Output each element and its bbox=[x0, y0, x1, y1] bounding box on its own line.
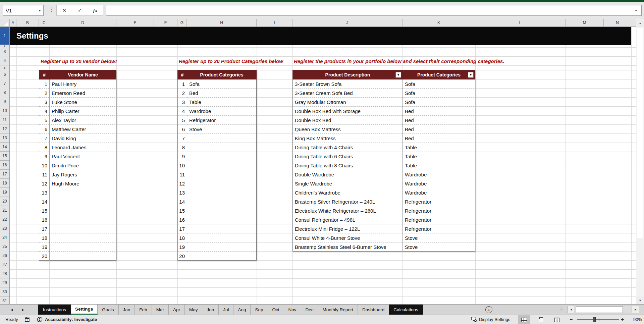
category-number-cell[interactable]: 14 bbox=[178, 197, 187, 206]
product-category-cell[interactable]: Refrigerator bbox=[403, 197, 475, 206]
category-number-cell[interactable]: 5 bbox=[178, 116, 187, 125]
column-header[interactable]: G bbox=[177, 19, 187, 26]
product-category-cell[interactable]: Wardrobe bbox=[403, 170, 475, 179]
category-number-cell[interactable]: 13 bbox=[178, 188, 187, 197]
sheet-tab[interactable]: Feb bbox=[135, 305, 152, 315]
column-header[interactable]: D bbox=[49, 19, 116, 26]
category-name-cell[interactable]: Wardrobe bbox=[187, 107, 257, 116]
row-header[interactable]: 30 bbox=[0, 287, 9, 296]
zoom-in-button[interactable]: + bbox=[621, 315, 624, 324]
column-header[interactable]: C bbox=[39, 19, 49, 26]
hscroll-left-icon[interactable]: ◄ bbox=[568, 306, 575, 313]
category-number-cell[interactable]: 6 bbox=[178, 125, 187, 134]
product-category-cell[interactable]: Refrigerator bbox=[403, 224, 475, 233]
vertical-scrollbar[interactable]: ▲ ▼ bbox=[636, 19, 644, 304]
sheet-tab[interactable]: May bbox=[185, 305, 203, 315]
sheet-tab[interactable]: Goals bbox=[98, 305, 118, 315]
product-description-cell[interactable]: Gray Modular Ottoman bbox=[293, 98, 403, 107]
product-description-cell[interactable]: Dining Table with 4 Chairs bbox=[293, 143, 403, 152]
product-description-cell[interactable]: Electrolux White Refrigerator – 260L bbox=[293, 206, 403, 215]
scroll-up-icon[interactable]: ▲ bbox=[636, 19, 644, 27]
horizontal-scrollbar[interactable]: ◄ ► bbox=[568, 306, 639, 313]
product-description-cell[interactable]: 3-Seater Brown Sofa bbox=[293, 79, 403, 89]
filter-dropdown-icon[interactable]: ▼ bbox=[395, 72, 401, 78]
vendor-number-cell[interactable]: 7 bbox=[39, 134, 50, 143]
product-description-cell[interactable]: Single Wardrobe bbox=[293, 179, 403, 188]
formula-bar-expand-icon[interactable]: ⌄ bbox=[634, 7, 638, 12]
product-description-cell[interactable]: Double Box Bed with Storage bbox=[293, 107, 403, 116]
product-category-cell[interactable]: Table bbox=[403, 152, 475, 161]
row-header[interactable]: 26 bbox=[0, 251, 9, 260]
category-number-cell[interactable]: 10 bbox=[178, 161, 187, 170]
vendor-number-header[interactable]: # bbox=[39, 70, 50, 79]
horizontal-scrollbar-track[interactable] bbox=[576, 306, 631, 313]
row-header[interactable]: 2 bbox=[0, 45, 9, 47]
category-name-cell[interactable] bbox=[187, 197, 257, 206]
vendor-name-cell[interactable]: Jay Rogers bbox=[50, 170, 116, 179]
accessibility-status[interactable]: Accessibility: Investigate bbox=[45, 315, 97, 324]
vendor-number-cell[interactable]: 17 bbox=[39, 224, 50, 233]
vendor-name-cell[interactable]: Alex Taylor bbox=[50, 116, 116, 125]
column-header[interactable]: L bbox=[475, 19, 566, 26]
category-name-cell[interactable] bbox=[187, 152, 257, 161]
normal-view-button[interactable] bbox=[518, 315, 530, 324]
product-category-cell[interactable]: Table bbox=[403, 161, 475, 170]
vendor-name-cell[interactable]: Leonard James bbox=[50, 143, 116, 152]
category-name-cell[interactable] bbox=[187, 252, 257, 261]
vendor-number-cell[interactable]: 5 bbox=[39, 116, 50, 125]
row-header[interactable]: 3 bbox=[0, 47, 9, 56]
display-settings-button[interactable]: Display Settings bbox=[479, 315, 510, 324]
column-header[interactable]: I bbox=[257, 19, 292, 26]
sheet-tab[interactable]: Aug bbox=[233, 305, 251, 315]
sheet-tab[interactable]: Mar bbox=[152, 305, 169, 315]
select-all-corner[interactable] bbox=[0, 19, 10, 26]
vendor-number-cell[interactable]: 13 bbox=[39, 188, 50, 197]
filter-dropdown-icon[interactable]: ▼ bbox=[468, 72, 474, 78]
category-name-cell[interactable]: Stove bbox=[187, 125, 257, 134]
column-header[interactable]: F bbox=[154, 19, 177, 26]
category-number-cell[interactable]: 19 bbox=[178, 242, 187, 252]
vendor-number-cell[interactable]: 11 bbox=[39, 170, 50, 179]
row-header[interactable]: 6 bbox=[0, 70, 9, 79]
category-number-cell[interactable]: 18 bbox=[178, 233, 187, 242]
vendor-name-cell[interactable] bbox=[50, 188, 116, 197]
vendor-number-cell[interactable]: 18 bbox=[39, 233, 50, 242]
formula-bar-options-icon[interactable]: ⋮ bbox=[49, 6, 54, 13]
vendor-number-cell[interactable]: 15 bbox=[39, 206, 50, 215]
formula-input[interactable]: ⌄ bbox=[106, 5, 642, 16]
zoom-slider[interactable] bbox=[577, 319, 619, 320]
vendor-number-cell[interactable]: 4 bbox=[39, 107, 50, 116]
column-header[interactable]: B bbox=[16, 19, 39, 26]
vendor-number-cell[interactable]: 1 bbox=[39, 79, 50, 89]
vendor-number-cell[interactable]: 12 bbox=[39, 179, 50, 188]
row-header[interactable]: 10 bbox=[0, 106, 9, 115]
name-box-dropdown-icon[interactable]: ▾ bbox=[39, 9, 41, 12]
row-header[interactable]: 27 bbox=[0, 260, 9, 269]
product-description-cell[interactable]: Double Wardrobe bbox=[293, 170, 403, 179]
row-header[interactable]: 14 bbox=[0, 143, 9, 152]
vendor-number-cell[interactable]: 20 bbox=[39, 252, 50, 261]
spreadsheet-grid[interactable]: 1234567891011121314151617181920212223242… bbox=[0, 27, 636, 304]
product-description-cell[interactable]: Brastemp Silver Refrigerator – 240L bbox=[293, 197, 403, 206]
vendor-name-cell[interactable] bbox=[50, 252, 116, 261]
enter-icon[interactable]: ✓ bbox=[75, 7, 85, 13]
vendor-name-cell[interactable] bbox=[50, 206, 116, 215]
add-sheet-button[interactable]: + bbox=[485, 306, 492, 313]
vertical-scrollbar-thumb[interactable] bbox=[637, 28, 643, 238]
vendor-name-cell[interactable] bbox=[50, 224, 116, 233]
product-category-cell[interactable]: Sofa bbox=[403, 89, 475, 98]
category-number-cell[interactable]: 2 bbox=[178, 89, 187, 98]
column-header[interactable]: K bbox=[402, 19, 475, 26]
product-category-cell[interactable]: Stove bbox=[403, 242, 475, 252]
category-number-cell[interactable]: 8 bbox=[178, 143, 187, 152]
row-header[interactable]: 13 bbox=[0, 133, 9, 143]
product-category-cell[interactable]: Stove bbox=[403, 233, 475, 242]
column-header[interactable]: E bbox=[116, 19, 154, 26]
vendor-number-cell[interactable]: 8 bbox=[39, 143, 50, 152]
product-category-cell[interactable]: Bed bbox=[403, 116, 475, 125]
sheet-tab[interactable]: Jun bbox=[202, 305, 219, 315]
product-description-cell[interactable]: 3-Seater Cream Sofa Bed bbox=[293, 89, 403, 98]
row-header[interactable]: 4 bbox=[0, 56, 9, 65]
category-number-cell[interactable]: 11 bbox=[178, 170, 187, 179]
row-header[interactable]: 5 bbox=[0, 65, 9, 70]
